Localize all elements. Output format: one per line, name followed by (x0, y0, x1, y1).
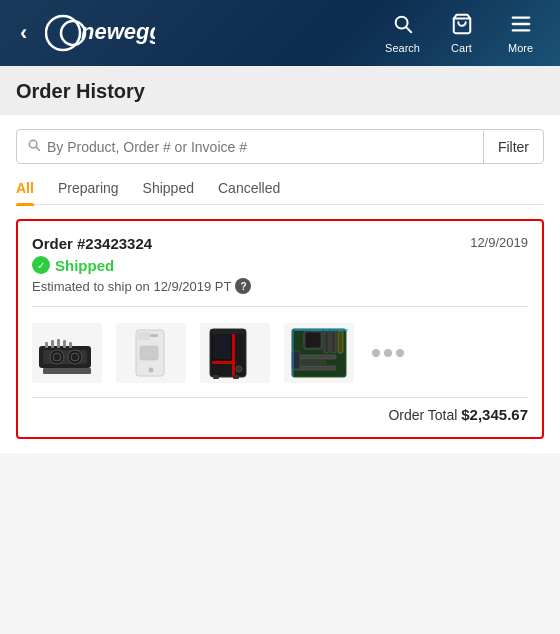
cart-nav-label: Cart (451, 42, 472, 54)
svg-text:newegg: newegg (81, 19, 155, 44)
svg-rect-38 (324, 331, 329, 353)
order-date: 12/9/2019 (470, 235, 528, 250)
svg-rect-31 (212, 361, 234, 364)
app-header: ‹ newegg Search (0, 0, 560, 66)
product-thumb-motherboard[interactable] (284, 323, 354, 383)
dot-2 (384, 349, 392, 357)
svg-rect-42 (306, 333, 320, 347)
top-nav: Search Cart More (375, 5, 548, 62)
svg-rect-40 (338, 331, 343, 353)
svg-rect-27 (150, 334, 158, 337)
tab-shipped[interactable]: Shipped (143, 180, 194, 204)
tab-cancelled[interactable]: Cancelled (218, 180, 280, 204)
svg-rect-34 (210, 329, 246, 334)
svg-line-4 (406, 27, 411, 32)
svg-rect-30 (232, 331, 235, 377)
motherboard-image (288, 325, 350, 381)
gpu-image (35, 328, 99, 378)
svg-rect-17 (43, 368, 91, 374)
svg-line-10 (36, 147, 39, 150)
estimate-text: Estimated to ship on 12/9/2019 PT (32, 279, 231, 294)
status-label: Shipped (55, 257, 114, 274)
search-icon (27, 138, 41, 155)
more-nav-label: More (508, 42, 533, 54)
search-bar: Filter (16, 129, 544, 164)
search-nav-item[interactable]: Search (375, 5, 430, 62)
order-total-label: Order Total (388, 407, 457, 423)
svg-rect-45 (294, 366, 336, 370)
svg-rect-48 (292, 329, 294, 377)
svg-rect-19 (51, 340, 54, 348)
svg-rect-18 (45, 342, 48, 348)
svg-rect-21 (63, 340, 66, 348)
more-products-indicator (368, 349, 404, 357)
order-status: ✓ Shipped (32, 256, 528, 274)
case-black-image (204, 325, 266, 381)
search-nav-label: Search (385, 42, 420, 54)
svg-rect-47 (294, 329, 348, 331)
svg-rect-39 (331, 331, 336, 353)
filter-button[interactable]: Filter (483, 131, 543, 163)
product-thumb-gpu[interactable] (32, 323, 102, 383)
tab-all[interactable]: All (16, 180, 34, 204)
svg-point-26 (149, 368, 154, 373)
product-thumb-case-black[interactable] (200, 323, 270, 383)
divider-top (32, 306, 528, 307)
page-title: Order History (16, 80, 544, 103)
search-input-wrapper (17, 130, 483, 163)
dot-3 (396, 349, 404, 357)
svg-point-33 (236, 366, 242, 372)
tab-preparing[interactable]: Preparing (58, 180, 119, 204)
order-card: Order #23423324 12/9/2019 ✓ Shipped Esti… (16, 219, 544, 439)
svg-rect-24 (138, 332, 150, 340)
main-content: Filter All Preparing Shipped Cancelled O… (0, 115, 560, 453)
product-thumb-case-white[interactable] (116, 323, 186, 383)
cart-nav-icon (451, 13, 473, 40)
help-icon[interactable]: ? (235, 278, 251, 294)
product-images (32, 317, 528, 389)
order-estimate: Estimated to ship on 12/9/2019 PT ? (32, 278, 528, 294)
search-nav-icon (392, 13, 414, 40)
search-input[interactable] (47, 139, 473, 155)
back-button[interactable]: ‹ (12, 12, 35, 54)
logo: newegg (45, 12, 375, 54)
newegg-logo: newegg (45, 12, 155, 54)
page-title-bar: Order History (0, 66, 560, 115)
svg-rect-43 (294, 355, 336, 359)
dot-1 (372, 349, 380, 357)
status-check-icon: ✓ (32, 256, 50, 274)
order-total-amount: $2,345.67 (461, 406, 528, 423)
svg-rect-32 (213, 333, 231, 359)
case-white-image (124, 326, 178, 380)
svg-rect-25 (140, 346, 158, 360)
more-nav-icon (510, 13, 532, 40)
order-tabs: All Preparing Shipped Cancelled (16, 180, 544, 205)
order-total-row: Order Total $2,345.67 (32, 397, 528, 423)
svg-point-14 (53, 353, 61, 361)
cart-nav-item[interactable]: Cart (434, 5, 489, 62)
svg-rect-20 (57, 339, 60, 348)
svg-point-16 (71, 353, 79, 361)
more-nav-item[interactable]: More (493, 5, 548, 62)
svg-rect-22 (69, 342, 72, 348)
order-number: Order #23423324 (32, 235, 152, 252)
svg-rect-35 (213, 375, 219, 379)
svg-rect-36 (233, 375, 239, 379)
order-card-header: Order #23423324 12/9/2019 (32, 235, 528, 252)
